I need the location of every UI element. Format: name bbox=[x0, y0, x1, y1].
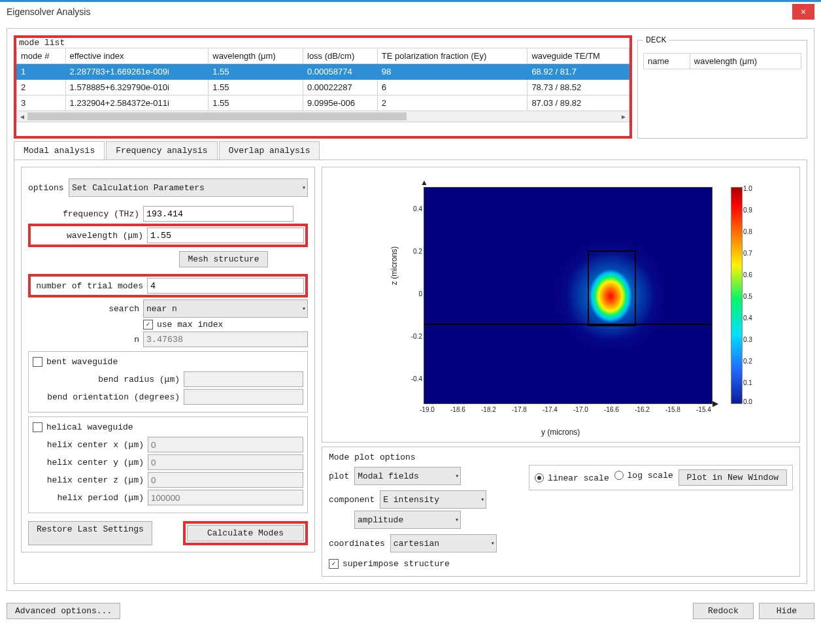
use-max-index-checkbox[interactable]: ✓use max index bbox=[143, 320, 223, 330]
substrate-line bbox=[424, 324, 712, 325]
log-scale-radio[interactable]: log scale bbox=[614, 471, 673, 481]
deck-col-name[interactable]: name bbox=[644, 54, 690, 69]
helix-period-input bbox=[148, 490, 303, 505]
checkbox-icon: ✓ bbox=[143, 320, 153, 330]
ntrials-label: number of trial modes bbox=[32, 281, 147, 291]
table-row[interactable]: 1 2.287783+1.669261e-009i 1.55 0.0005877… bbox=[17, 64, 629, 80]
helix-period-label: helix period (μm) bbox=[33, 493, 148, 503]
redock-button[interactable]: Redock bbox=[693, 603, 754, 619]
use-max-index-label: use max index bbox=[157, 320, 223, 330]
bend-radius-input bbox=[184, 371, 303, 387]
cell: 9.0995e-006 bbox=[303, 95, 378, 111]
tabs-strip: Modal analysis Frequency analysis Overla… bbox=[14, 141, 807, 160]
n-input bbox=[143, 331, 308, 347]
colorbar-tick: 1.0 bbox=[743, 185, 752, 192]
deck-col-wavelength[interactable]: wavelength (μm) bbox=[690, 54, 801, 69]
helical-waveguide-checkbox[interactable]: helical waveguide bbox=[33, 422, 133, 432]
xtick: -16.6 bbox=[604, 406, 619, 413]
cell: 78.73 / 88.52 bbox=[528, 80, 629, 95]
component-dropdown[interactable]: E intensity bbox=[380, 490, 486, 509]
search-dropdown[interactable]: near n bbox=[143, 299, 308, 318]
plot-new-window-button[interactable]: Plot in New Window bbox=[679, 469, 787, 486]
xtick: -15.4 bbox=[696, 406, 711, 413]
linear-scale-radio[interactable]: linear scale bbox=[535, 473, 609, 483]
colorbar-tick: 0.2 bbox=[743, 358, 752, 365]
mode-list-table[interactable]: mode # effective index wavelength (μm) l… bbox=[16, 48, 629, 111]
cell: 1.55 bbox=[209, 64, 303, 80]
helix-y-input bbox=[148, 454, 303, 470]
cell: 2.287783+1.669261e-009i bbox=[65, 64, 209, 80]
colorbar-tick: 0.9 bbox=[743, 207, 752, 214]
tab-frequency-analysis[interactable]: Frequency analysis bbox=[106, 141, 217, 160]
cell: 3 bbox=[17, 95, 66, 111]
cell: 0.00022287 bbox=[303, 80, 378, 95]
mode-plot[interactable]: ▲ ▶ z (microns) y (microns) 0.4 0.2 0 -0… bbox=[322, 167, 800, 443]
hide-button[interactable]: Hide bbox=[759, 603, 814, 619]
close-button[interactable]: × bbox=[792, 4, 814, 20]
superimpose-checkbox[interactable]: ✓superimpose structure bbox=[329, 559, 450, 569]
col-wavelength[interactable]: wavelength (μm) bbox=[209, 48, 303, 64]
plot-label: plot bbox=[329, 471, 349, 481]
wavelength-label: wavelength (μm) bbox=[32, 231, 147, 241]
xtick: -18.6 bbox=[450, 406, 465, 413]
horizontal-scrollbar[interactable]: ◄ ► bbox=[16, 111, 629, 122]
helix-z-label: helix center z (μm) bbox=[33, 475, 148, 485]
col-wg-tetm[interactable]: waveguide TE/TM bbox=[528, 48, 629, 64]
mode-list-legend: mode list bbox=[16, 38, 67, 48]
component-label: component bbox=[329, 495, 375, 505]
colorbar: 1.0 0.9 0.8 0.7 0.6 0.5 0.4 0.3 0.2 0.1 … bbox=[731, 187, 743, 404]
restore-last-settings-button[interactable]: Restore Last Settings bbox=[28, 521, 152, 545]
plot-options-legend: Mode plot options bbox=[329, 452, 793, 462]
scroll-left-icon[interactable]: ◄ bbox=[17, 113, 27, 120]
wavelength-input[interactable] bbox=[147, 228, 304, 243]
ytick: -0.2 bbox=[408, 333, 422, 340]
helix-x-input bbox=[148, 437, 303, 452]
tab-modal-analysis[interactable]: Modal analysis bbox=[14, 141, 105, 160]
ytick: -0.4 bbox=[408, 375, 422, 382]
bent-waveguide-checkbox[interactable]: bent waveguide bbox=[33, 357, 118, 367]
table-row[interactable]: 3 1.232904+2.584372e-011i 1.55 9.0995e-0… bbox=[17, 95, 629, 111]
cell: 6 bbox=[377, 80, 528, 95]
ytick: 0.2 bbox=[408, 248, 422, 255]
calculate-modes-button[interactable]: Calculate Modes bbox=[187, 525, 304, 541]
x-axis-label: y (microns) bbox=[541, 428, 580, 437]
table-row[interactable]: 2 1.578885+6.329790e-010i 1.55 0.0002228… bbox=[17, 80, 629, 95]
y-axis-label: z (microns) bbox=[390, 246, 399, 285]
scroll-right-icon[interactable]: ► bbox=[618, 113, 629, 120]
deck-legend: DECK bbox=[643, 35, 669, 45]
options-dropdown[interactable]: Set Calculation Parameters bbox=[69, 178, 308, 197]
colorbar-tick: 0.4 bbox=[743, 314, 752, 322]
options-label: options bbox=[28, 183, 69, 193]
chart-area bbox=[424, 187, 712, 404]
bend-orientation-label: bend orientation (degrees) bbox=[33, 392, 184, 402]
xtick: -15.8 bbox=[665, 406, 680, 413]
frequency-input[interactable] bbox=[143, 206, 293, 222]
scroll-thumb[interactable] bbox=[27, 112, 407, 120]
log-scale-label: log scale bbox=[628, 471, 673, 481]
colorbar-tick: 0.6 bbox=[743, 271, 752, 279]
col-neff[interactable]: effective index bbox=[65, 48, 209, 64]
xtick: -18.2 bbox=[481, 406, 496, 413]
col-te-fraction[interactable]: TE polarization fraction (Ey) bbox=[377, 48, 528, 64]
coords-dropdown[interactable]: cartesian bbox=[390, 534, 497, 552]
radio-icon bbox=[535, 473, 544, 483]
xtick: -17.4 bbox=[543, 406, 558, 413]
table-header-row: mode # effective index wavelength (μm) l… bbox=[17, 48, 629, 64]
colorbar-tick: 0.3 bbox=[743, 336, 752, 343]
tab-overlap-analysis[interactable]: Overlap analysis bbox=[219, 141, 320, 160]
advanced-options-button[interactable]: Advanced options... bbox=[7, 603, 120, 619]
deck-table[interactable]: name wavelength (μm) bbox=[643, 53, 801, 69]
col-loss[interactable]: loss (dB/cm) bbox=[303, 48, 378, 64]
close-icon: × bbox=[801, 7, 806, 17]
helical-waveguide-label: helical waveguide bbox=[46, 422, 133, 432]
n-label: n bbox=[28, 335, 143, 345]
radio-icon bbox=[614, 471, 624, 480]
mesh-structure-button[interactable]: Mesh structure bbox=[179, 251, 267, 267]
cell: 2 bbox=[377, 95, 528, 111]
checkbox-icon bbox=[33, 357, 42, 367]
ntrials-input[interactable] bbox=[147, 278, 304, 294]
plot-dropdown[interactable]: Modal fields bbox=[354, 467, 461, 485]
col-mode-num[interactable]: mode # bbox=[17, 48, 66, 64]
modal-form: options Set Calculation Parameters frequ… bbox=[21, 167, 315, 552]
amplitude-dropdown[interactable]: amplitude bbox=[354, 511, 461, 529]
